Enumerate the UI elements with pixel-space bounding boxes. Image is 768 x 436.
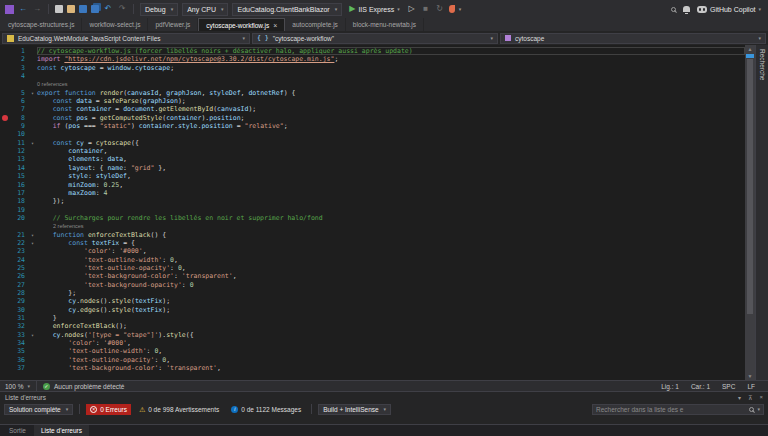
code-line[interactable]: 15 style: styleDef, [0, 172, 745, 180]
code-line[interactable]: 20 // Surcharges pour rendre les libellé… [0, 214, 745, 222]
code-text[interactable]: 2 references [37, 222, 745, 230]
document-tab[interactable]: cytoscape-workflow.js× [198, 18, 285, 31]
hot-reload-caret-icon[interactable]: ▾ [459, 7, 462, 12]
breakpoint-margin[interactable] [0, 47, 10, 55]
code-text[interactable] [37, 72, 745, 80]
code-editor[interactable]: 1// cytoscape-workflow.js (forcer libell… [0, 45, 745, 380]
search-caret-icon[interactable]: ▾ [757, 407, 760, 412]
code-text[interactable]: enforceTextBlack(); [37, 322, 745, 330]
error-search-input[interactable] [596, 406, 746, 413]
code-line[interactable]: 34 'color': '#000', [0, 339, 745, 347]
breakpoint-margin[interactable] [0, 231, 10, 239]
code-line[interactable]: 27 'text-background-opacity': 0 [0, 281, 745, 289]
breakpoint-margin[interactable] [0, 272, 10, 280]
errors-filter-button[interactable]: × 0 Erreurs [86, 404, 131, 415]
code-line[interactable]: 25 'text-outline-opacity': 0, [0, 264, 745, 272]
type-dropdown[interactable]: { } "cytoscape-workflow" ▾ [252, 33, 498, 44]
breakpoint-margin[interactable] [0, 306, 10, 314]
scrollbar-thumb[interactable] [747, 59, 753, 314]
warnings-filter-button[interactable]: ⚠ 0 de 998 Avertissements [135, 404, 223, 415]
code-text[interactable]: 0 references [37, 80, 745, 88]
code-line[interactable]: 16 minZoom: 0.25, [0, 181, 745, 189]
breakpoint-margin[interactable] [0, 339, 10, 347]
code-line[interactable]: 21▾ function enforceTextBlack() { [0, 231, 745, 239]
code-text[interactable]: }; [37, 289, 745, 297]
code-text[interactable]: 'color': '#000', [37, 339, 745, 347]
breakpoint-margin[interactable] [0, 197, 10, 205]
code-line[interactable]: 17 maxZoom: 4 [0, 189, 745, 197]
code-line[interactable]: 4 [0, 72, 745, 80]
document-tab[interactable]: autocomplete.js [285, 18, 346, 31]
search-icon[interactable] [749, 407, 754, 412]
breakpoint-margin[interactable] [0, 206, 10, 214]
fold-icon[interactable]: ▾ [28, 231, 37, 239]
code-text[interactable]: elements: data, [37, 155, 745, 163]
code-line[interactable]: 30 cy.edges().style(textFix); [0, 306, 745, 314]
breakpoint-margin[interactable] [0, 281, 10, 289]
save-icon[interactable] [79, 5, 87, 13]
code-text[interactable]: // Surcharges pour rendre les libellés e… [37, 214, 745, 222]
breakpoint-margin[interactable] [0, 139, 10, 147]
code-line[interactable]: 26 'text-background-color': 'transparent… [0, 272, 745, 280]
code-text[interactable]: 'text-background-color': 'transparent', [37, 272, 745, 280]
hot-reload-icon[interactable] [449, 5, 455, 13]
code-line[interactable]: 29 cy.nodes().style(textFix); [0, 297, 745, 305]
code-line[interactable]: 5▾export function render(canvasId, graph… [0, 89, 745, 97]
code-line[interactable]: 28 }; [0, 289, 745, 297]
breakpoint-margin[interactable] [0, 114, 10, 122]
code-line[interactable]: 35 'text-outline-width': 0, [0, 347, 745, 355]
stop-icon[interactable]: ■ [421, 3, 431, 15]
code-line[interactable]: 31 } [0, 314, 745, 322]
breakpoint-margin[interactable] [0, 314, 10, 322]
code-text[interactable]: import "https://cdn.jsdelivr.net/npm/cyt… [37, 55, 745, 63]
navigate-back-icon[interactable]: ← [18, 3, 28, 15]
code-text[interactable]: cy.edges().style(textFix); [37, 306, 745, 314]
breakpoint-margin[interactable] [0, 189, 10, 197]
code-line[interactable]: 18 }); [0, 197, 745, 205]
platform-dropdown[interactable]: Any CPU ▾ [182, 3, 228, 16]
close-icon[interactable]: × [759, 394, 763, 401]
code-text[interactable]: layout: { name: "grid" }, [37, 164, 745, 172]
code-text[interactable]: function enforceTextBlack() { [37, 231, 745, 239]
breakpoint-margin[interactable] [0, 256, 10, 264]
code-line[interactable]: 6 const data = safeParse(graphJson); [0, 97, 745, 105]
code-text[interactable]: 'text-outline-opacity': 0, [37, 356, 745, 364]
codelens-row[interactable]: 0 references [0, 80, 745, 88]
breakpoint-margin[interactable] [0, 155, 10, 163]
restart-icon[interactable]: ↻ [435, 3, 445, 15]
project-dropdown[interactable]: EduCatalog.WebModule JavaScript Content … [2, 33, 250, 44]
scope-dropdown[interactable]: Solution complète ▾ [4, 404, 73, 415]
code-line[interactable]: 13 elements: data, [0, 155, 745, 163]
breakpoint-margin[interactable] [0, 289, 10, 297]
redo-icon[interactable]: ↷ [117, 3, 127, 15]
code-line[interactable]: 8 const pos = getComputedStyle(container… [0, 114, 745, 122]
code-text[interactable]: const data = safeParse(graphJson); [37, 97, 745, 105]
panel-tab[interactable]: Sortie [2, 425, 33, 436]
breakpoint-margin[interactable] [0, 247, 10, 255]
panel-tab[interactable]: Liste d'erreurs [34, 425, 89, 436]
status-spaces[interactable]: SPC [722, 383, 735, 390]
breakpoint-margin[interactable] [0, 181, 10, 189]
breakpoint-margin[interactable] [0, 105, 10, 113]
health-status-label[interactable]: Aucun problème détecté [54, 383, 124, 390]
breakpoint-margin[interactable] [0, 239, 10, 247]
breakpoint-margin[interactable] [0, 356, 10, 364]
code-line[interactable]: 22▾ const textFix = { [0, 239, 745, 247]
breakpoint-margin[interactable] [0, 64, 10, 72]
notifications-bell-icon[interactable] [683, 6, 690, 12]
fold-icon[interactable]: ▾ [28, 89, 37, 97]
code-text[interactable]: container, [37, 147, 745, 155]
code-text[interactable]: if (pos === "static") container.style.po… [37, 122, 745, 130]
code-line[interactable]: 9 if (pos === "static") container.style.… [0, 122, 745, 130]
zoom-level[interactable]: 100 % [5, 383, 23, 390]
fold-icon[interactable]: ▾ [28, 331, 37, 339]
start-debugging-button[interactable]: ▶ IIS Express ▾ [346, 5, 402, 13]
code-text[interactable]: minZoom: 0.25, [37, 181, 745, 189]
breakpoint-margin[interactable] [0, 122, 10, 130]
open-folder-icon[interactable] [67, 5, 75, 13]
code-line[interactable]: 1// cytoscape-workflow.js (forcer libell… [0, 47, 745, 55]
zoom-caret-icon[interactable]: ▾ [27, 384, 30, 389]
breakpoint-margin[interactable] [0, 172, 10, 180]
code-text[interactable]: // cytoscape-workflow.js (forcer libellé… [37, 47, 745, 55]
code-text[interactable]: 'text-outline-width': 0, [37, 256, 745, 264]
